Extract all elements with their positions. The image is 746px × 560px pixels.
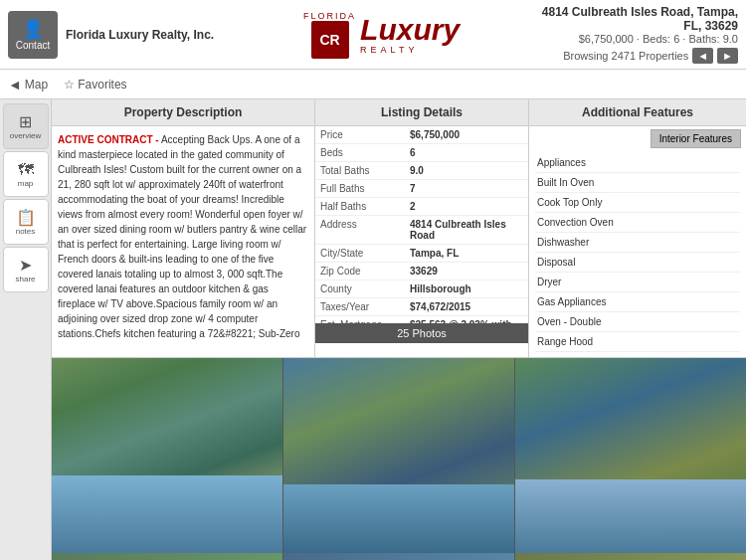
photo-2[interactable] (283, 358, 515, 553)
baths-display: Baths: 9.0 (688, 33, 738, 45)
listing-row: Address4814 Culbreath Isles Road (315, 216, 528, 245)
sidebar-item-notes[interactable]: 📋 notes (3, 199, 49, 245)
listing-label: Address (315, 216, 405, 245)
browsing-row: Browsing 2471 Properties ◄ ► (539, 48, 738, 64)
listing-label: County (315, 280, 405, 298)
listing-row: Total Baths9.0 (315, 162, 528, 180)
listing-value: Hillsborough (405, 280, 528, 298)
listing-row: Taxes/Year$74,672/2015 (315, 298, 528, 316)
logo-badge: FLORIDA CR (303, 11, 356, 59)
features-list: AppliancesBuilt In OvenCook Top OnlyConv… (529, 151, 746, 354)
listing-value: 33629 (405, 263, 528, 280)
next-button[interactable]: ► (717, 48, 738, 64)
listing-row: CountyHillsborough (315, 280, 528, 298)
property-description-col: Property Description ACTIVE CONTRACT - A… (52, 99, 315, 357)
three-col-section: Property Description ACTIVE CONTRACT - A… (52, 99, 746, 358)
listing-table: Price$6,750,000Beds6Total Baths9.0Full B… (315, 126, 528, 323)
property-address: 4814 Culbreath Isles Road, Tampa, FL, 33… (539, 5, 738, 33)
contact-label: Contact (16, 40, 50, 51)
map-button[interactable]: ◄ Map (8, 77, 48, 93)
listing-label: Total Baths (315, 162, 405, 180)
listing-row: City/StateTampa, FL (315, 245, 528, 263)
property-info: 4814 Culbreath Isles Road, Tampa, FL, 33… (539, 5, 738, 64)
favorites-label: Favorites (78, 78, 126, 92)
notes-icon: 📋 (16, 208, 36, 227)
logo-realty: REALTY (360, 45, 418, 55)
listing-label: Est. Mortgage (315, 316, 405, 324)
listing-details-col: Listing Details Price$6,750,000Beds6Tota… (315, 99, 529, 357)
share-icon: ➤ (19, 256, 32, 275)
sidebar-notes-label: notes (16, 227, 36, 236)
listing-row: Beds6 (315, 144, 528, 162)
logo-letters: CR (311, 21, 349, 59)
person-icon: 👤 (22, 18, 44, 40)
feature-item: Built In Oven (535, 173, 740, 193)
listing-label: Taxes/Year (315, 298, 405, 316)
listing-value: 4814 Culbreath Isles Road (405, 216, 528, 245)
content-area: Property Description ACTIVE CONTRACT - A… (52, 99, 746, 560)
photos-row-1 (52, 358, 746, 553)
browsing-text: Browsing 2471 Properties (563, 50, 688, 62)
feature-item: Dishwasher (535, 233, 740, 253)
listing-label: Zip Code (315, 263, 405, 280)
listing-label: Half Baths (315, 198, 405, 216)
contact-button[interactable]: 👤 Contact (8, 11, 58, 59)
sub-header: ◄ Map ☆ Favorites (0, 70, 746, 99)
listing-row: Full Baths7 (315, 180, 528, 198)
feature-item: Oven - Double (535, 312, 740, 332)
sidebar-share-label: share (15, 275, 35, 283)
logo-florida: FLORIDA (303, 11, 356, 21)
listing-label: Beds (315, 144, 405, 162)
prev-button[interactable]: ◄ (692, 48, 713, 64)
feature-item: Convection Oven (535, 213, 740, 233)
listing-label: City/State (315, 245, 405, 263)
listing-value: 9.0 (405, 162, 528, 180)
overview-icon: ⊞ (19, 112, 32, 131)
photo-thumb-1[interactable] (52, 553, 283, 560)
sidebar-item-overview[interactable]: ⊞ overview (3, 103, 49, 149)
agency-name: Florida Luxury Realty, Inc. (66, 28, 214, 42)
photos-bar[interactable]: 25 Photos (315, 323, 528, 343)
photo-1[interactable] (52, 358, 283, 553)
listing-value: $74,672/2015 (405, 298, 528, 316)
property-price-beds-baths: $6,750,000 · Beds: 6 · Baths: 9.0 (539, 33, 738, 45)
listing-value: 2 (405, 198, 528, 216)
listing-value: 6 (405, 144, 528, 162)
sidebar-map-label: map (18, 179, 34, 188)
feature-item: Appliances (535, 153, 740, 173)
photo-thumb-2[interactable] (283, 553, 515, 560)
additional-features-header: Additional Features (529, 99, 746, 126)
additional-features-col: Additional Features Interior Features Ap… (529, 99, 746, 357)
listing-row: Zip Code33629 (315, 263, 528, 280)
listing-row: Half Baths2 (315, 198, 528, 216)
listing-value: $25,563 @ 3.93% with (405, 316, 528, 324)
left-arrow-icon: ◄ (8, 77, 22, 93)
star-icon: ☆ (64, 78, 75, 92)
main-layout: ⊞ overview 🗺 map 📋 notes ➤ share Propert… (0, 99, 746, 560)
property-description-text: Accepting Back Ups. A one of a kind mast… (58, 134, 306, 339)
beds-display: Beds: 6 (643, 33, 679, 45)
feature-item: Cook Top Only (535, 193, 740, 213)
logo-luxury: Luxury (360, 15, 460, 45)
listing-details-header: Listing Details (315, 99, 528, 126)
map-label: Map (25, 78, 48, 92)
listing-row: Est. Mortgage$25,563 @ 3.93% with (315, 316, 528, 324)
sidebar-item-map[interactable]: 🗺 map (3, 151, 49, 197)
photo-thumb-3[interactable] (515, 553, 746, 560)
feature-item: Disposal (535, 253, 740, 273)
favorites-button[interactable]: ☆ Favorites (64, 78, 126, 92)
feature-item: Range Hood (535, 332, 740, 352)
listing-value: 7 (405, 180, 528, 198)
photos-row-2 (52, 553, 746, 560)
property-description-body: ACTIVE CONTRACT - Accepting Back Ups. A … (52, 126, 314, 343)
app-header: 👤 Contact Florida Luxury Realty, Inc. FL… (0, 0, 746, 70)
feature-item: Dryer (535, 273, 740, 292)
listing-label: Price (315, 126, 405, 144)
photo-3[interactable] (515, 358, 746, 553)
sidebar-item-share[interactable]: ➤ share (3, 247, 49, 292)
sidebar-overview-label: overview (10, 131, 42, 140)
map-icon: 🗺 (18, 161, 34, 179)
interior-features-tab[interactable]: Interior Features (651, 129, 741, 148)
logo-area: FLORIDA CR Luxury REALTY (224, 11, 539, 59)
listing-value: Tampa, FL (405, 245, 528, 263)
